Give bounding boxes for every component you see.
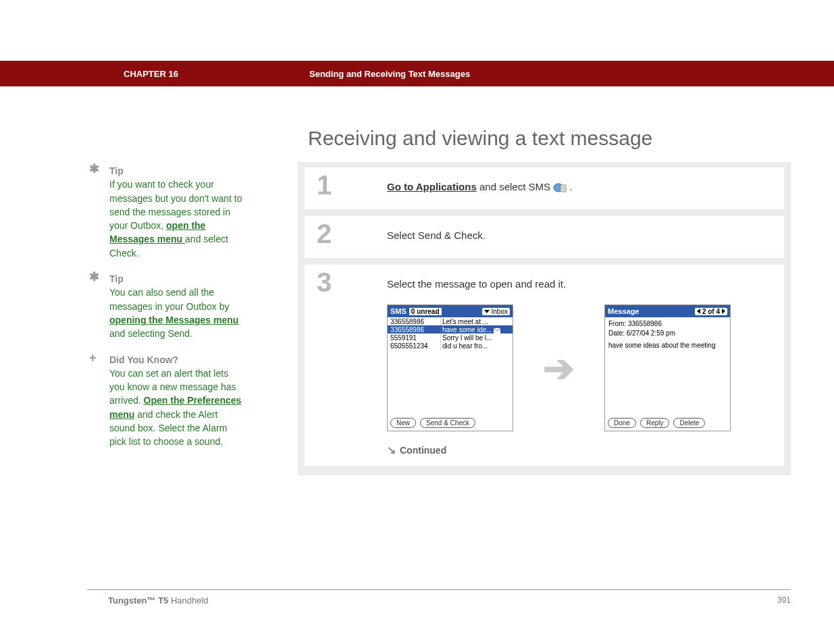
step-text-tail: . <box>569 181 572 192</box>
date-label: Date: <box>608 329 625 337</box>
footer-brand: Tungsten™ T5 <box>108 595 168 606</box>
chevron-down-icon <box>484 310 490 313</box>
folder-name: Inbox <box>492 308 508 315</box>
sms-inbox-screenshot: SMS 0 unread Inbox 336558986 Let's meet … <box>387 304 513 431</box>
sms-titlebar: SMS 0 unread Inbox <box>388 305 513 317</box>
message-body: From: 336558986 Date: 6/27/04 2:59 pm ha… <box>605 317 730 415</box>
sms-list-buttons: New Send & Check <box>388 415 513 431</box>
list-subject: Let's meet at ... <box>441 318 510 325</box>
screenshots-row: SMS 0 unread Inbox 336558986 Let's meet … <box>387 304 775 431</box>
chapter-subject: Sending and Receiving Text Messages <box>309 69 470 79</box>
did-you-know-block: + Did You Know? You can set an alert tha… <box>88 353 244 449</box>
send-check-button[interactable]: Send & Check <box>420 418 475 428</box>
step-3: 3 Select the message to open and read it… <box>305 265 784 466</box>
message-content: have some ideas about the meeting <box>608 341 727 350</box>
step-text-rest: and select SMS <box>477 181 553 192</box>
folder-picker[interactable]: Inbox <box>482 308 510 315</box>
continued-arrow-icon: ↘ <box>387 444 396 456</box>
step-number: 1 <box>317 170 332 200</box>
go-to-applications-link[interactable]: Go to Applications <box>387 181 477 192</box>
steps-container: 1 Go to Applications and select SMS . 2 … <box>298 162 791 475</box>
sidebar: ✱ Tip If you want to check your messages… <box>88 164 244 461</box>
sms-message-screenshot: Message 2 of 4 From: 336558986 Date: 6/2… <box>604 304 731 431</box>
chapter-label: CHAPTER 16 <box>124 69 178 79</box>
asterisk-icon: ✱ <box>89 272 99 281</box>
sms-app-icon <box>553 181 569 192</box>
list-item[interactable]: 336558986 Let's meet at ... <box>388 317 513 325</box>
plus-icon: + <box>89 353 97 363</box>
list-sender: 336558986 <box>390 326 441 333</box>
step-2: 2 Select Send & Check. <box>305 216 784 258</box>
chevron-left-icon[interactable] <box>697 308 700 314</box>
message-title-text: Message <box>608 307 639 315</box>
footer-page-number: 391 <box>777 595 791 605</box>
sms-message-list[interactable]: 336558986 Let's meet at ... 336558986 ha… <box>388 317 513 415</box>
date-value: 6/27/04 2:59 pm <box>627 329 675 337</box>
done-button[interactable]: Done <box>608 418 636 428</box>
asterisk-icon: ✱ <box>89 164 99 173</box>
page-footer: Tungsten™ T5 Handheld 391 <box>108 595 791 606</box>
tip-text-post: and selecting Send. <box>109 328 192 339</box>
new-button[interactable]: New <box>390 418 416 428</box>
page-indicator: 2 of 4 <box>702 308 720 315</box>
message-pager[interactable]: 2 of 4 <box>695 308 727 315</box>
step-number: 3 <box>317 267 332 298</box>
sms-title-text: SMS <box>390 307 407 315</box>
list-subject: did u hear fro... <box>441 342 510 350</box>
chevron-right-icon[interactable] <box>722 308 725 314</box>
list-item[interactable]: 6505551234 did u hear fro... <box>388 342 513 350</box>
tip-text: You can also send all the messages in yo… <box>109 287 229 311</box>
message-buttons: Done Reply Delete <box>605 415 730 431</box>
list-item[interactable]: 5559191 Sorry I will be l... <box>388 333 513 342</box>
step-number: 2 <box>317 219 332 249</box>
list-sender: 6505551234 <box>390 342 441 350</box>
arrow-right-icon: ➔ <box>543 346 575 390</box>
footer-rest: Handheld <box>168 595 208 606</box>
step-1: 1 Go to Applications and select SMS . <box>305 167 784 209</box>
list-sender: 5559191 <box>390 334 441 342</box>
step-text: Select Send & Check. <box>387 225 775 241</box>
list-subject: Sorry I will be l... <box>441 334 510 342</box>
dyk-label: Did You Know? <box>109 354 178 365</box>
from-value: 336558986 <box>628 320 662 327</box>
list-subject: have some ide... <box>441 326 510 333</box>
delete-button[interactable]: Delete <box>673 418 705 428</box>
reply-button[interactable]: Reply <box>640 418 670 428</box>
unread-count: 0 unread <box>409 308 442 315</box>
from-label: From: <box>608 320 626 327</box>
page-title: Receiving and viewing a text message <box>308 127 652 150</box>
message-titlebar: Message 2 of 4 <box>605 305 730 317</box>
tip-block: ✱ Tip You can also send all the messages… <box>88 272 244 340</box>
list-sender: 336558986 <box>390 318 441 325</box>
tip-label: Tip <box>109 165 124 176</box>
footer-rule <box>87 589 791 590</box>
continued-label: Continued <box>400 445 446 456</box>
tip-block: ✱ Tip If you want to check your messages… <box>88 164 244 260</box>
step-text: Select the message to open and read it. <box>387 274 775 290</box>
list-item-selected[interactable]: 336558986 have some ide... <box>388 325 513 333</box>
continued-indicator: ↘ Continued <box>387 444 775 456</box>
chapter-header: CHAPTER 16 Sending and Receiving Text Me… <box>0 61 834 86</box>
tip-label: Tip <box>109 273 124 284</box>
opening-messages-menu-link[interactable]: opening the Messages menu <box>109 315 238 325</box>
envelope-icon <box>494 326 500 333</box>
